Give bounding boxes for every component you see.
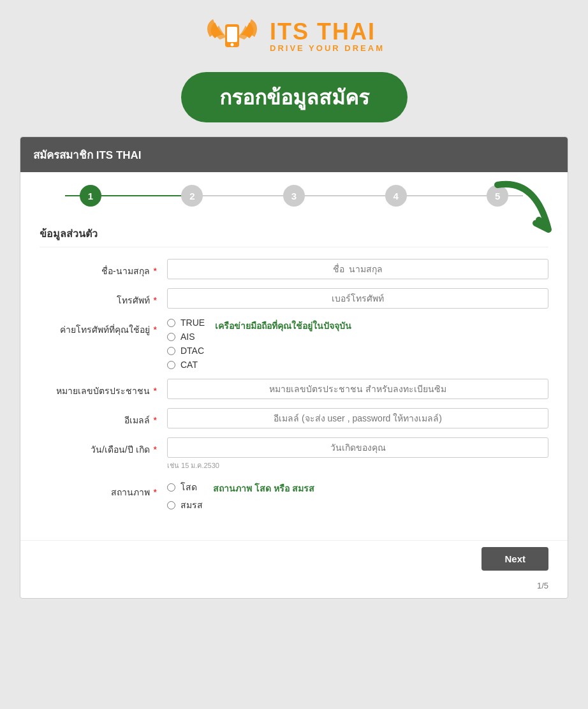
carrier-row: ค่ายโทรศัพท์ที่คุณใช้อยู่ * TRUE AIS [40,318,548,370]
carrier-radio-group: TRUE AIS DTAC CAT [167,318,205,370]
svg-rect-1 [227,27,237,42]
status-annotation: สถานภาพ โสด หรือ สมรส [213,480,314,495]
stepper: 1 2 3 4 5 [20,172,568,219]
status-control-wrap: โสด สมรส สถานภาพ โสด หรือ สมรส [167,480,548,512]
email-row: อีเมลล์ * [40,408,548,428]
form-card-header-text: สมัครสมาชิก ITS THAI [33,149,142,161]
status-radio-married[interactable] [167,501,175,509]
form-card: สมัครสมาชิก ITS THAI 1 2 3 4 5 ข้อมูลส [20,136,568,599]
status-label: สถานภาพ * [40,480,167,499]
status-radio-single[interactable] [167,483,175,492]
carrier-annotation: เครือข่ายมือถือที่คุณใช้อยู่ในปัจจุบัน [215,318,351,333]
step-3[interactable]: 3 [243,185,345,207]
step-circle-4: 4 [385,185,407,207]
logo-title: ITS THAI [270,20,385,43]
carrier-option-true[interactable]: TRUE [167,318,205,328]
step-circle-2: 2 [181,185,203,207]
banner: กรอกข้อมูลสมัคร [181,72,408,122]
next-button[interactable]: Next [481,547,548,571]
svg-point-2 [231,43,234,47]
email-label: อีเมลล์ * [40,408,167,427]
email-control-wrap [167,408,548,428]
page-indicator: 1/5 [20,577,568,598]
carrier-option-ais[interactable]: AIS [167,332,205,342]
page-wrapper: ITS THAI DRIVE YOUR DREAM กรอกข้อมูลสมัค… [20,13,568,599]
status-option-married[interactable]: สมรส [167,498,203,512]
name-control-wrap [167,259,548,279]
form-card-header: สมัครสมาชิก ITS THAI [20,137,568,172]
step-2[interactable]: 2 [142,185,244,207]
phone-control-wrap [167,288,548,309]
step-circle-1: 1 [80,185,101,207]
birthdate-control-wrap: เช่น 15 ม.ค.2530 [167,437,548,471]
birthdate-input[interactable] [167,437,548,458]
name-row: ชื่อ-นามสกุล * [40,259,548,279]
carrier-option-dtac[interactable]: DTAC [167,346,205,356]
section-title: ข้อมูลส่วนตัว [40,226,548,247]
status-option-single[interactable]: โสด [167,480,203,494]
step-1[interactable]: 1 [40,185,142,207]
idcard-input[interactable] [167,379,548,399]
email-input[interactable] [167,408,548,428]
form-body: ข้อมูลส่วนตัว ชื่อ-นามสกุล * โทรศัพท์ * [20,219,568,534]
status-row: สถานภาพ * โสด สมรส สถานภาพ โสด หรือ สมร [40,480,548,512]
idcard-control-wrap [167,379,548,399]
birthdate-label: วัน/เดือน/ปี เกิด * [40,437,167,457]
carrier-control-wrap: TRUE AIS DTAC CAT เ [167,318,548,370]
logo-subtitle: DRIVE YOUR DREAM [270,43,385,53]
carrier-radio-dtac[interactable] [167,347,175,355]
step-circle-3: 3 [283,185,305,207]
birthdate-hint: เช่น 15 ม.ค.2530 [167,460,548,471]
carrier-radio-true[interactable] [167,319,175,327]
step-circle-5: 5 [487,185,508,207]
carrier-radio-with-annotation: TRUE AIS DTAC CAT เ [167,318,548,370]
step-5[interactable]: 5 [446,185,548,207]
logo-text-block: ITS THAI DRIVE YOUR DREAM [270,20,385,53]
phone-label: โทรศัพท์ * [40,288,167,307]
carrier-radio-cat[interactable] [167,361,175,369]
name-label: ชื่อ-นามสกุล * [40,259,167,278]
banner-text: กรอกข้อมูลสมัคร [219,81,369,113]
phone-input[interactable] [167,288,548,309]
logo-icon [203,13,261,61]
carrier-label: ค่ายโทรศัพท์ที่คุณใช้อยู่ * [40,318,167,337]
phone-row: โทรศัพท์ * [40,288,548,309]
status-radio-group: โสด สมรส [167,480,203,512]
status-radio-with-annotation: โสด สมรส สถานภาพ โสด หรือ สมรส [167,480,548,512]
logo-area: ITS THAI DRIVE YOUR DREAM [203,13,385,61]
carrier-option-cat[interactable]: CAT [167,360,205,370]
carrier-radio-ais[interactable] [167,333,175,341]
form-footer: Next [20,540,568,577]
step-4[interactable]: 4 [345,185,447,207]
name-input[interactable] [167,259,548,279]
idcard-row: หมายเลขบัตรประชาชน * [40,379,548,399]
birthdate-row: วัน/เดือน/ปี เกิด * เช่น 15 ม.ค.2530 [40,437,548,471]
idcard-label: หมายเลขบัตรประชาชน * [40,379,167,398]
